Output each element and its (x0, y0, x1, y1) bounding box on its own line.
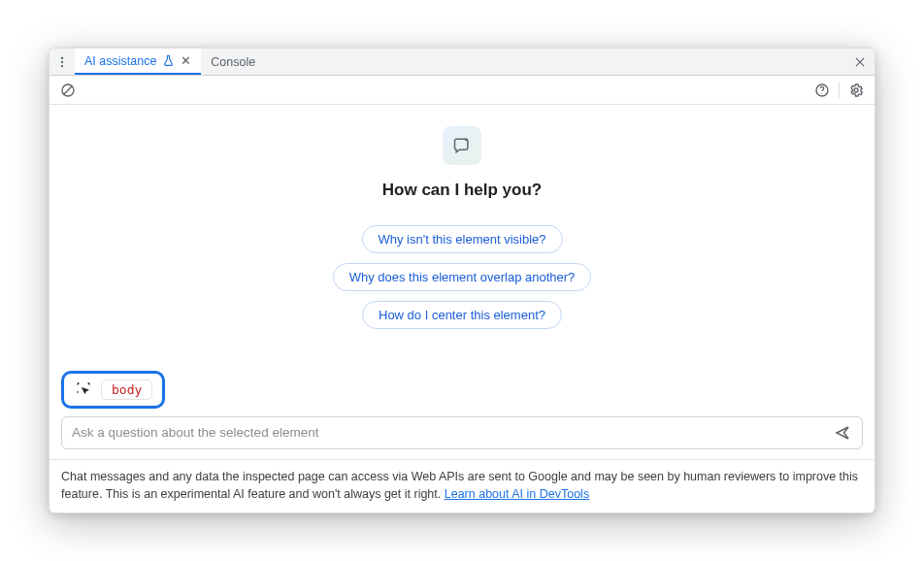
svg-point-5 (821, 92, 822, 93)
devtools-panel: AI assistance ✕ Console How can I help y… (49, 48, 875, 513)
selected-highlight: body (61, 371, 165, 409)
help-icon (814, 82, 830, 98)
svg-point-2 (61, 64, 63, 66)
send-icon (834, 424, 851, 442)
close-icon (853, 55, 867, 69)
settings-button[interactable] (845, 80, 867, 101)
tab-ai-assistance[interactable]: AI assistance ✕ (75, 49, 201, 75)
selected-element-row: body (50, 371, 874, 416)
input-wrap (50, 416, 874, 459)
suggestion-chip[interactable]: Why isn't this element visible? (362, 225, 563, 253)
prompt-input[interactable] (72, 425, 831, 440)
svg-point-6 (854, 88, 858, 92)
prompt-input-row (61, 416, 863, 449)
tabs-bar: AI assistance ✕ Console (50, 49, 874, 76)
sparkle-chat-icon (452, 136, 472, 155)
element-picker-icon (75, 380, 92, 398)
main-content: How can I help you? Why isn't this eleme… (50, 105, 874, 371)
tab-label: Console (211, 55, 255, 69)
flask-icon (162, 54, 175, 67)
element-picker-button[interactable] (74, 380, 93, 399)
help-button[interactable] (811, 80, 833, 101)
suggestion-chip[interactable]: How do I center this element? (362, 301, 562, 329)
block-icon (60, 82, 76, 98)
tab-console[interactable]: Console (201, 49, 265, 75)
close-tab-icon[interactable]: ✕ (181, 53, 191, 68)
selected-element-tag[interactable]: body (101, 380, 152, 400)
more-menu-button[interactable] (50, 49, 75, 75)
tab-label: AI assistance (84, 54, 156, 68)
send-button[interactable] (831, 421, 854, 445)
footer-link[interactable]: Learn about AI in DevTools (445, 487, 589, 501)
toolbar-divider (839, 82, 840, 99)
suggestion-chip[interactable]: Why does this element overlap another? (333, 263, 592, 291)
heading: How can I help you? (382, 181, 542, 200)
svg-point-1 (61, 60, 63, 62)
tabs-spacer (265, 49, 845, 75)
toolbar (50, 76, 874, 105)
footer: Chat messages and any data the inspected… (50, 459, 874, 512)
clear-button[interactable] (57, 80, 79, 101)
sparkle-tile (443, 126, 481, 165)
svg-point-0 (61, 56, 63, 58)
more-vertical-icon (55, 55, 69, 69)
gear-icon (848, 82, 864, 98)
close-panel-button[interactable] (845, 49, 874, 75)
